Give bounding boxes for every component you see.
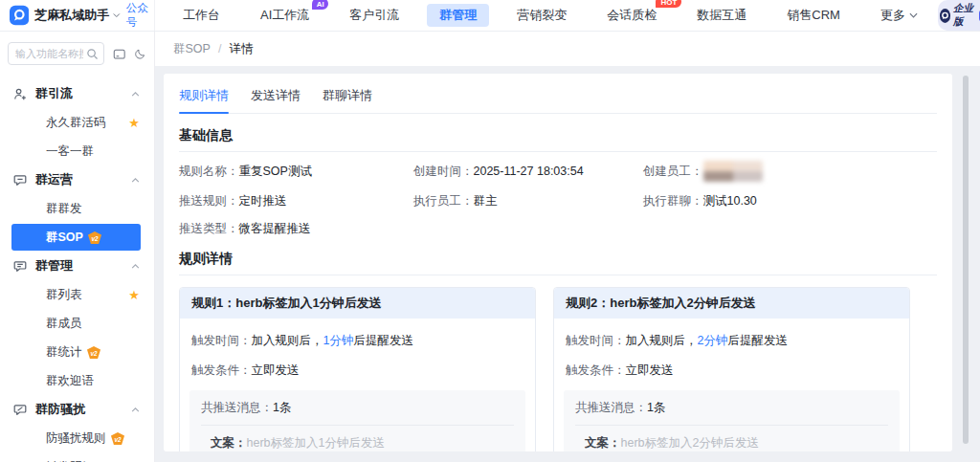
breadcrumb: 群SOP / 详情 (155, 32, 980, 66)
topbar-right: 企业版 v3 (938, 0, 980, 31)
chat-lines-icon (13, 259, 27, 273)
nav-item-more[interactable]: 更多 (868, 4, 930, 27)
tab-send-details[interactable]: 发送详情 (251, 87, 301, 113)
vip-diamond-badge: v2 (88, 231, 101, 244)
breadcrumb-current: 详情 (229, 41, 253, 57)
rule-1-title: 规则1：herb标签加入1分钟后发送 (180, 288, 535, 319)
breadcrumb-parent-link[interactable]: 群SOP (173, 41, 211, 57)
creator-name-redacted (703, 161, 763, 182)
sidebar-item-trigger-details[interactable]: 触发明细 (0, 452, 154, 462)
tab-rule-details[interactable]: 规则详情 (179, 87, 229, 113)
nav-item-workbench[interactable]: 工作台 (170, 4, 233, 27)
nav-item-marketing-fission[interactable]: 营销裂变 (504, 4, 579, 27)
rules-grid: 规则1：herb标签加入1分钟后发送 触发时间：加入规则后，1分钟后提醒发送 触… (179, 287, 937, 451)
search-input[interactable] (9, 48, 83, 59)
rule-2-trigger-time: 触发时间：加入规则后，2分钟后提醒发送 (566, 333, 898, 348)
tab-chat-details[interactable]: 群聊详情 (323, 87, 372, 113)
sidebar-item-group-members[interactable]: 群成员 (0, 309, 154, 338)
hot-badge: HOT (656, 0, 681, 8)
chat-bubble-icon (13, 173, 27, 187)
dark-mode-moon-icon[interactable] (134, 47, 146, 61)
account-type-label[interactable]: 公众号 (126, 1, 154, 30)
main-nav: 工作台 AI工作流AI 客户引流 群管理 营销裂变 会话质检HOT 数据互通 销… (155, 0, 938, 31)
chevron-up-icon (131, 178, 140, 183)
nav-item-conversation-qc[interactable]: 会话质检HOT (594, 4, 669, 27)
sidebar-section-anti-harassment[interactable]: 群防骚扰 (0, 395, 154, 424)
rule-1-message-count: 共推送消息：1条 (201, 400, 514, 426)
app-title: 芝麻私域助手 (34, 7, 109, 24)
rule-2-message-box: 共推送消息：1条 文案：herb标签加入2分钟后发送 (564, 390, 900, 451)
top-navbar: 芝麻私域助手 公众号 工作台 AI工作流AI 客户引流 群管理 营销裂变 会话质… (0, 0, 980, 32)
rule-1-trigger-condition: 触发条件：立即发送 (191, 363, 523, 378)
rule-1-message-box: 共推送消息：1条 文案：herb标签加入1分钟后发送 (189, 390, 525, 451)
rule-1-copywriting: 文案：herb标签加入1分钟后发送 (201, 426, 514, 451)
sidebar-section-group-management[interactable]: 群管理 (0, 252, 154, 280)
nav-item-ai-workflow[interactable]: AI工作流AI (248, 4, 322, 27)
field-creator: 创建员工： (643, 164, 937, 182)
plan-logo-icon (940, 9, 950, 23)
rule-card-1: 规则1：herb标签加入1分钟后发送 触发时间：加入规则后，1分钟后提醒发送 触… (179, 287, 536, 451)
collapse-panel-icon[interactable] (113, 47, 125, 61)
nav-item-group-management[interactable]: 群管理 (427, 4, 489, 27)
nav-item-sales-crm[interactable]: 销售CRM (774, 4, 853, 27)
sidebar-item-anti-harassment-rules[interactable]: 防骚扰规则 v2 (0, 424, 154, 452)
sidebar-toolbar (0, 32, 154, 74)
sidebar-item-group-mass-send[interactable]: 群群发 (0, 194, 154, 223)
rule-2-trigger-condition: 触发条件：立即发送 (566, 363, 898, 378)
breadcrumb-separator: / (218, 42, 221, 55)
search-icon (86, 48, 99, 60)
vip-diamond-badge: v2 (87, 346, 100, 359)
rule-details-heading: 规则详情 (179, 251, 937, 275)
svg-text:v2: v2 (91, 235, 99, 242)
rule-2-title: 规则2：herb标签加入2分钟后发送 (554, 288, 909, 319)
field-rule-name: 规则名称： 重复SOP测试 (179, 164, 413, 182)
detail-tabs: 规则详情 发送详情 群聊详情 (179, 74, 937, 114)
sidebar-item-one-customer-one-group[interactable]: 一客一群 (0, 137, 154, 165)
basic-info-grid: 规则名称： 重复SOP测试 创建时间： 2025-11-27 18:03:54 … (179, 152, 937, 249)
rule-1-trigger-time: 触发时间：加入规则后，1分钟后提醒发送 (191, 333, 523, 348)
brand-area[interactable]: 芝麻私域助手 公众号 (0, 0, 155, 31)
vertical-scrollbar[interactable] (963, 76, 969, 444)
nav-item-customer-acquisition[interactable]: 客户引流 (337, 4, 412, 27)
sidebar-item-permanent-group-qr[interactable]: 永久群活码 ★ (0, 108, 154, 137)
sidebar-item-group-statistics[interactable]: 群统计 v2 (0, 338, 154, 366)
favorite-star-icon[interactable]: ★ (128, 117, 140, 129)
vip-diamond-badge: v2 (111, 432, 124, 445)
plan-name: 企业版 (953, 2, 976, 29)
app-logo-icon (10, 4, 29, 27)
chevron-down-icon (909, 12, 918, 18)
rule-2-copywriting: 文案：herb标签加入2分钟后发送 (575, 426, 888, 451)
detail-card: 规则详情 发送详情 群聊详情 基础信息 规则名称： 重复SOP测试 创建时间： … (164, 74, 952, 451)
plan-badge: 企业版 v3 (938, 0, 980, 31)
sidebar-search (8, 42, 104, 65)
field-push-type: 推送类型： 微客提醒推送 (179, 221, 413, 237)
field-push-rule: 推送规则： 定时推送 (179, 193, 413, 209)
chevron-up-icon (131, 407, 140, 412)
sidebar-section-group-acquisition[interactable]: 群引流 (0, 79, 154, 108)
basic-info-heading: 基础信息 (179, 127, 937, 152)
sidebar-item-group-welcome-message[interactable]: 群欢迎语 (0, 366, 154, 395)
sidebar: 群引流 永久群活码 ★ 一客一群 群运营 群群发 群SOP v2 (0, 32, 155, 462)
favorite-star-icon[interactable]: ★ (128, 289, 140, 301)
brand-chevron-down-icon (113, 12, 121, 18)
sidebar-item-group-list[interactable]: 群列表 ★ (0, 280, 154, 309)
chat-shield-icon (13, 403, 27, 416)
field-create-time: 创建时间： 2025-11-27 18:03:54 (413, 164, 643, 182)
field-executor: 执行员工： 群主 (413, 193, 643, 209)
sidebar-section-group-operation[interactable]: 群运营 (0, 165, 154, 194)
main-area: 群SOP / 详情 规则详情 发送详情 群聊详情 基础信息 规则名称： 重复SO… (155, 32, 980, 462)
nav-item-data-integration[interactable]: 数据互通 (684, 4, 759, 27)
rule-card-2: 规则2：herb标签加入2分钟后发送 触发时间：加入规则后，2分钟后提醒发送 触… (553, 287, 910, 451)
ai-badge: AI (312, 0, 328, 10)
svg-text:v2: v2 (90, 350, 98, 357)
field-execute-chat: 执行群聊： 测试10.30 (643, 193, 937, 209)
chevron-up-icon (131, 92, 140, 97)
sidebar-item-group-sop[interactable]: 群SOP v2 (11, 224, 141, 251)
sidebar-menu: 群引流 永久群活码 ★ 一客一群 群运营 群群发 群SOP v2 (0, 74, 154, 462)
svg-text:v2: v2 (114, 436, 122, 443)
user-plus-icon (13, 87, 27, 100)
rule-2-message-count: 共推送消息：1条 (575, 400, 888, 426)
chevron-up-icon (131, 264, 140, 269)
